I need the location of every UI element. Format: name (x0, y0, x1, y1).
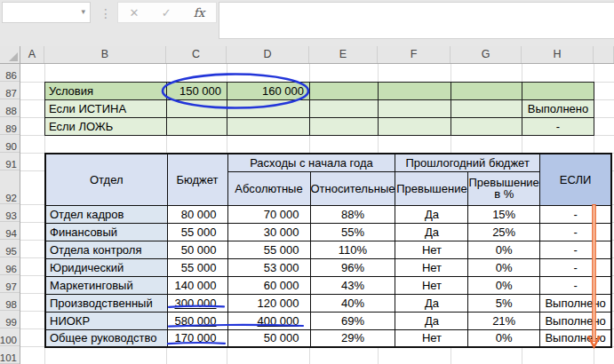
cell-exceed-pct[interactable]: 0% (468, 329, 539, 347)
name-box-dropdown-icon[interactable]: ▾ (81, 7, 85, 16)
header-expenses-group[interactable]: Расходы с начала года (227, 154, 395, 171)
cell-exceed[interactable]: Да (395, 205, 468, 223)
cell-dept[interactable]: НИОКР (45, 312, 167, 329)
column-header-C[interactable]: C (166, 46, 227, 63)
column-header-D[interactable]: D (227, 46, 309, 63)
cell-relative[interactable]: 29% (310, 329, 395, 347)
cell-relative[interactable]: 96% (310, 258, 395, 276)
row-header-97[interactable]: 97 (0, 275, 20, 293)
cell-budget[interactable]: 170 000 (167, 329, 227, 347)
cell-condition-value-1[interactable]: 150 000 (167, 83, 227, 100)
cell-empty[interactable] (379, 118, 451, 136)
cell-empty[interactable] (451, 118, 522, 136)
cell-relative[interactable]: 69% (310, 312, 395, 329)
cell-exceed-pct[interactable]: 25% (468, 223, 539, 241)
cell-empty[interactable] (379, 100, 451, 118)
cell-empty[interactable] (310, 118, 379, 136)
cell-exceed[interactable]: Нет (395, 241, 468, 258)
cell-absolute[interactable]: 120 000 (227, 294, 310, 312)
cell-exceed[interactable]: Да (395, 312, 468, 329)
cell-exceed[interactable]: Да (395, 294, 468, 312)
column-header-partial[interactable] (594, 46, 614, 63)
cell-absolute[interactable]: 50 000 (227, 329, 310, 347)
row-header-95[interactable]: 95 (0, 240, 20, 257)
select-all-corner[interactable] (0, 46, 20, 64)
column-header-A[interactable]: A (20, 46, 44, 63)
cell-exceed[interactable]: Нет (395, 329, 468, 347)
cell-if[interactable]: - (539, 241, 611, 258)
cell-if-false-label[interactable]: Если ЛОЖЬ (45, 118, 167, 136)
cell-empty[interactable] (379, 83, 451, 100)
cell-empty[interactable] (310, 100, 379, 118)
cell-if[interactable]: - (539, 223, 611, 241)
row-header-90[interactable]: 90 (0, 135, 20, 153)
cell-relative[interactable]: 55% (310, 223, 395, 241)
cell-if[interactable]: Выполнено (539, 294, 611, 312)
cell-if-true-label[interactable]: Если ИСТИНА (45, 100, 167, 118)
cell-exceed-pct[interactable]: 5% (468, 294, 539, 312)
cell-if[interactable]: - (539, 276, 611, 294)
cell-if[interactable]: - (539, 258, 611, 276)
cell-absolute[interactable]: 53 000 (227, 258, 310, 276)
cell-dept[interactable]: Маркетинговый (45, 276, 167, 294)
cell-budget[interactable]: 140 000 (167, 276, 227, 294)
cell-relative[interactable]: 43% (310, 276, 395, 294)
insert-function-icon[interactable]: fx (194, 5, 205, 20)
row-header-86[interactable]: 86 (0, 64, 20, 82)
column-header-G[interactable]: G (451, 46, 522, 63)
cell-if[interactable]: Выполнено (539, 329, 611, 347)
header-absolute[interactable]: Абсолютные (227, 171, 310, 205)
cell-dept[interactable]: Отдел кадров (45, 205, 167, 223)
row-header-99[interactable]: 99 (0, 311, 20, 328)
cell-relative[interactable]: 40% (310, 294, 395, 312)
cell-absolute[interactable]: 70 000 (227, 205, 310, 223)
cell-exceed[interactable]: Нет (395, 258, 468, 276)
row-header-96[interactable]: 96 (0, 257, 20, 275)
cell-condition-value-2[interactable]: 160 000 (227, 83, 310, 100)
cell-empty[interactable] (227, 118, 310, 136)
row-header-91[interactable]: 91 (0, 153, 20, 170)
column-header-F[interactable]: F (378, 46, 451, 63)
header-relative[interactable]: Относительные (310, 171, 395, 205)
cell-empty[interactable] (227, 100, 310, 118)
header-exceed-pct[interactable]: Превышение в % (468, 171, 539, 205)
cell-empty[interactable] (451, 83, 522, 100)
row-header-87[interactable]: 87 (0, 82, 20, 99)
cell-budget[interactable]: 300 000 (167, 294, 227, 312)
column-header-B[interactable]: B (44, 46, 166, 63)
cell-empty[interactable] (310, 83, 379, 100)
cell-exceed[interactable]: Да (395, 223, 468, 241)
cell-exceed-pct[interactable]: 21% (468, 312, 539, 329)
cell-if-false-result[interactable]: - (522, 118, 594, 136)
cell-budget[interactable]: 55 000 (167, 258, 227, 276)
cell-if-true-result[interactable]: Выполнено (522, 100, 594, 118)
cell-budget[interactable]: 55 000 (167, 223, 227, 241)
cell-exceed-pct[interactable]: 0% (468, 258, 539, 276)
cell-budget[interactable]: 580 000 (167, 312, 227, 329)
cell-conditions-label[interactable]: Условия (45, 83, 167, 100)
cell-relative[interactable]: 110% (310, 241, 395, 258)
cell-empty[interactable] (167, 100, 227, 118)
cell-empty[interactable] (451, 100, 522, 118)
row-header-93[interactable]: 93 (0, 204, 20, 222)
row-header-101[interactable]: 101 (0, 346, 20, 364)
name-box[interactable]: ▾ (2, 2, 91, 23)
cell-dept[interactable]: Юридический (45, 258, 167, 276)
cell-exceed[interactable]: Нет (395, 276, 468, 294)
cell-budget[interactable]: 80 000 (167, 205, 227, 223)
cell-dept[interactable]: Отдела контроля (45, 241, 167, 258)
cell-relative[interactable]: 88% (310, 205, 395, 223)
column-header-E[interactable]: E (309, 46, 378, 63)
header-lastyear-group[interactable]: Прошлогодний бюджет (395, 154, 539, 171)
cell-absolute[interactable]: 60 000 (227, 276, 310, 294)
column-header-H[interactable]: H (522, 46, 594, 63)
cell-dept[interactable]: Финансовый (45, 223, 167, 241)
cell-dept[interactable]: Общее руководство (45, 329, 167, 347)
cell-exceed-pct[interactable]: 0% (468, 241, 539, 258)
row-header-100[interactable]: 100 (0, 328, 20, 346)
header-exceed[interactable]: Превышение (395, 171, 468, 205)
cell-exceed-pct[interactable]: 15% (468, 205, 539, 223)
cell-exceed-pct[interactable]: 0% (468, 276, 539, 294)
cell-absolute[interactable]: 30 000 (227, 223, 310, 241)
row-header-94[interactable]: 94 (0, 222, 20, 240)
